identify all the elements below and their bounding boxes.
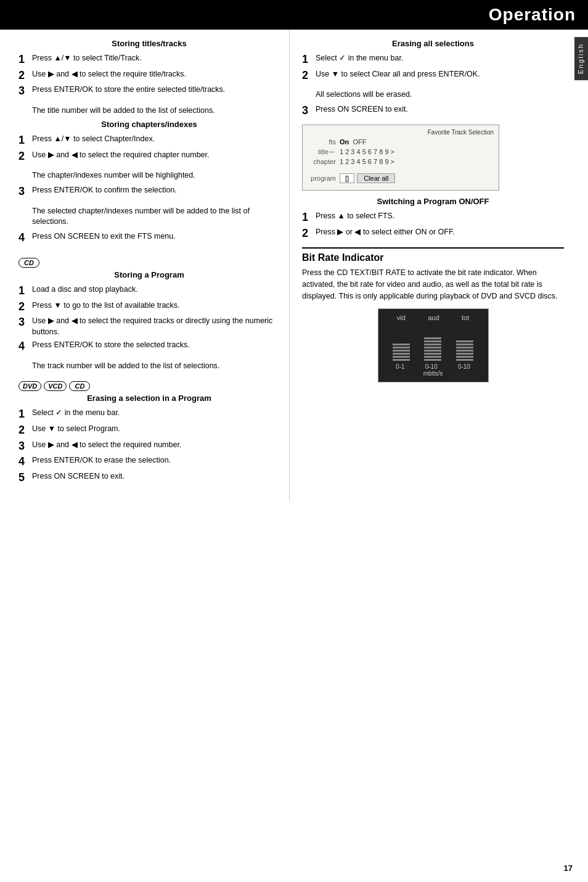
fts-label-chapter: chapter [308,158,340,165]
fts-numbers1: 1 2 3 4 5 6 7 8 9 > [340,148,394,155]
list-item: 2 Press ▼ to go to the list of available… [18,300,280,314]
bar-col-tot [456,340,473,361]
language-tab: English [574,37,588,80]
section-erasing-all-heading: Erasing all selections [302,39,564,48]
fts-screen-title: Favorite Track Selection [308,129,494,136]
bitrate-tot-label: tot [462,314,469,321]
bit-rate-body: Press the CD TEXT/BIT RATE to activate t… [302,267,564,302]
storing-chapters-list2: 3 Press ENTER/OK to confirm the selectio… [18,185,280,199]
list-item: 2 Use ▶ and ◀ to select the required cha… [18,150,280,163]
fts-row-fts: fts On OFF [308,138,494,146]
list-item: 2 Use ▼ to select Program. [18,424,280,437]
cd-badge: CD [18,258,39,268]
fts-label-program: program [308,175,340,182]
list-item: 3 Press ON SCREEN to exit. [302,104,564,118]
erasing-all-list: 1 Select ✓ in the menu bar. 2 Use ▼ to s… [302,53,564,82]
clear-all-button[interactable]: Clear all [357,173,395,183]
list-item: 2 Use ▼ to select Clear all and press EN… [302,69,564,83]
section-switching-heading: Switching a Program ON/OFF [302,197,564,206]
bitrate-val-vid: 0-1 [396,363,404,370]
storing-program-note: The track number will be added to the li… [32,361,280,372]
page-title: Operation [489,5,576,24]
list-item: 4 Press ENTER/OK to erase the selection. [18,455,280,469]
section-storing-titles-heading: Storing titles/tracks [18,39,280,48]
list-item: 1 Select ✓ in the menu bar. [302,53,564,67]
vcd-badge: VCD [44,381,67,391]
erasing-all-note: All selections will be erased. [316,89,564,101]
page-number: 17 [564,863,573,873]
list-item: 3 Use ▶ and ◀ to select the required tra… [18,316,280,337]
list-item: 2 Press ▶ or ◀ to select either ON or OF… [302,227,564,241]
list-item: 4 Press ENTER/OK to store the selected t… [18,340,280,353]
right-column: Erasing all selections 1 Select ✓ in the… [290,30,573,501]
bar-col-aud [424,337,441,361]
cd-badge2: CD [69,381,90,391]
bitrate-header: vid aud tot [386,314,481,321]
left-column: Storing titles/tracks 1 Press ▲/▼ to sel… [6,30,290,501]
list-item: 3 Use ▶ and ◀ to select the required num… [18,440,280,453]
bitrate-val-aud: 0-10 [425,363,438,370]
fts-row-program: program [] Clear all [308,172,494,184]
fts-screen: Favorite Track Selection fts On OFF titl… [302,125,499,191]
storing-chapters-list: 1 Press ▲/▼ to select Chapter/Index. 2 U… [18,134,280,163]
fts-off-label: OFF [353,138,366,146]
list-item: 1 Press ▲ to select FTS. [302,211,564,225]
bar-col-vid [393,344,410,361]
fts-row-chapter: chapter 1 2 3 4 5 6 7 8 9 > [308,158,494,165]
list-item: 2 Use ▶ and ◀ to select the require titl… [18,69,280,83]
bitrate-unit: mbits/s [386,370,481,377]
fts-on-label: On [340,138,349,146]
bitrate-bars [386,324,481,361]
section-storing-program-heading: Storing a Program [18,270,280,279]
section-storing-chapters-heading: Storing chapters/indexes [18,120,280,129]
switching-list: 1 Press ▲ to select FTS. 2 Press ▶ or ◀ … [302,211,564,240]
erasing-all-list2: 3 Press ON SCREEN to exit. [302,104,564,118]
storing-titles-list: 1 Press ▲/▼ to select Title/Track. 2 Use… [18,53,280,98]
bitrate-screen: vid aud tot [378,308,489,382]
section-erasing-selection-heading: Erasing a selection in a Program [18,394,280,403]
bitrate-vid-label: vid [397,314,406,321]
storing-chapters-list3: 4 Press ON SCREEN to exit the FTS menu. [18,231,280,245]
fts-row-title: title↔ 1 2 3 4 5 6 7 8 9 > [308,147,494,156]
fts-bracket: [] [340,173,354,183]
list-item: 1 Press ▲/▼ to select Title/Track. [18,53,280,67]
list-item: 4 Press ON SCREEN to exit the FTS menu. [18,231,280,245]
erasing-selection-list: 1 Select ✓ in the menu bar. 2 Use ▼ to s… [18,408,280,484]
chapter-note2: The selected chapter/indexes number will… [32,206,280,228]
section-divider [302,247,564,249]
cd-media-label: CD [18,258,39,268]
storing-program-list: 1 Load a disc and stop playback. 2 Press… [18,284,280,353]
bitrate-aud-label: aud [428,314,439,321]
dvd-vcd-cd-media-labels: DVD VCD CD [18,381,90,391]
bit-rate-heading: Bit Rate Indicator [302,252,564,263]
list-item: 1 Load a disc and stop playback. [18,284,280,298]
list-item: 5 Press ON SCREEN to exit. [18,471,280,485]
list-item: 3 Press ENTER/OK to confirm the selectio… [18,185,280,199]
chapter-note1: The chapter/indexes number will be highl… [32,170,280,181]
storing-titles-note: The title number will be added to the li… [32,105,280,117]
bitrate-val-tot: 0-10 [458,363,470,370]
list-item: 1 Select ✓ in the menu bar. [18,408,280,421]
fts-label-title: title↔ [308,147,340,156]
fts-label-fts: fts [308,138,340,146]
list-item: 1 Press ▲/▼ to select Chapter/Index. [18,134,280,147]
dvd-badge: DVD [18,381,41,391]
bitrate-footer: 0-1 0-10 0-10 [386,363,481,370]
fts-numbers2: 1 2 3 4 5 6 7 8 9 > [340,158,394,165]
page-header: Operation [0,0,588,30]
list-item: 3 Press ENTER/OK to store the entire sel… [18,84,280,98]
